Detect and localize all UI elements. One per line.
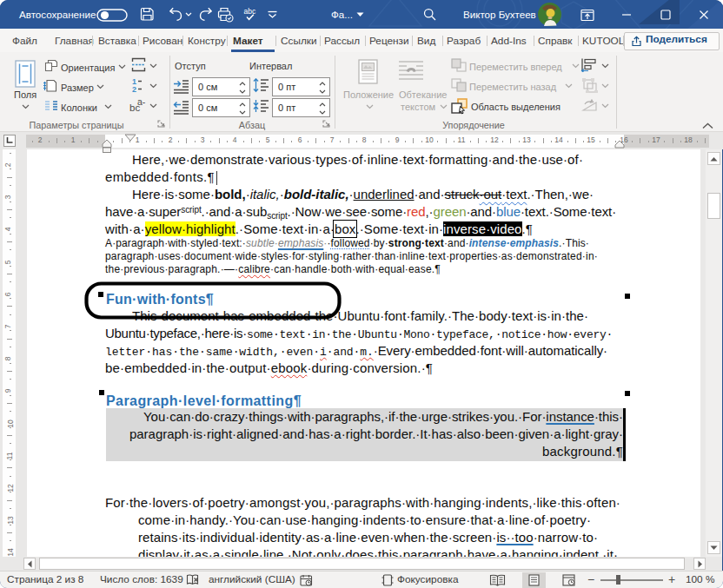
svg-text:2: 2 [132,85,136,93]
svg-text:a-: a- [137,97,146,107]
svg-text:abc: abc [244,7,256,16]
